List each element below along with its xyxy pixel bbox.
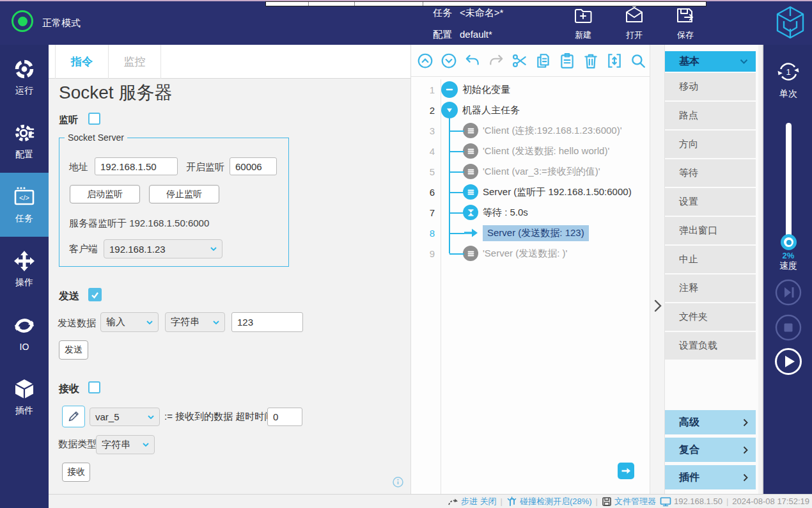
chevron-down-icon xyxy=(210,247,217,251)
tree-row-main-task[interactable]: 2 机器人主任务 xyxy=(411,100,650,120)
send-checkbox[interactable] xyxy=(88,288,102,301)
chevron-right-icon xyxy=(743,473,748,482)
sidebar-item-config[interactable]: 配置 xyxy=(0,109,49,173)
sidebar-item-task[interactable]: </> 任务 xyxy=(0,173,49,237)
play-button[interactable] xyxy=(774,347,802,376)
search-button[interactable] xyxy=(629,52,647,70)
chevron-down-icon xyxy=(148,415,154,419)
send-button[interactable]: 发送 xyxy=(59,340,88,360)
command-node-icon xyxy=(463,123,478,138)
address-label: 地址 xyxy=(69,161,88,173)
command-item-abort[interactable]: 中止 xyxy=(665,246,756,273)
tree-row-client-recv[interactable]: 5 'Client (var_3:=接收到的值)' xyxy=(411,161,650,182)
config-value: default* xyxy=(460,29,492,41)
command-group-advanced[interactable]: 高级 xyxy=(665,410,756,434)
current-line-arrow-icon xyxy=(463,225,478,241)
svg-text:</>: </> xyxy=(19,194,29,202)
command-item-move[interactable]: 移动 xyxy=(665,73,756,100)
expand-all-button[interactable] xyxy=(440,52,458,70)
speed-slider-thumb[interactable] xyxy=(781,234,797,250)
edit-variable-button[interactable] xyxy=(62,406,85,427)
client-select[interactable]: 192.168.1.23 xyxy=(104,239,223,258)
address-input[interactable] xyxy=(95,157,178,175)
io-swap-icon xyxy=(13,314,36,337)
sidebar-item-io[interactable]: IO xyxy=(0,301,49,365)
command-group-composite[interactable]: 复合 xyxy=(665,438,756,462)
receive-button[interactable]: 接收 xyxy=(62,463,90,482)
task-label: 任务 xyxy=(433,7,452,19)
datatype-label: 数据类型 xyxy=(58,438,97,450)
tree-row-server-send-selected[interactable]: 8 Server (发送数据: 123) xyxy=(411,223,650,243)
tree-row-client-connect[interactable]: 3 'Client (连接:192.168.1.23:6000)' xyxy=(411,120,650,141)
single-run-icon[interactable]: 1 xyxy=(776,59,801,84)
tree-toolbar xyxy=(411,45,650,77)
listen-checkbox[interactable] xyxy=(88,113,100,125)
command-item-payload[interactable]: 设置负载 xyxy=(665,332,756,360)
step-mode-status[interactable]: 步进 关闭 xyxy=(448,496,497,507)
speed-slider-track[interactable] xyxy=(786,123,792,250)
check-icon xyxy=(91,291,99,299)
copy-button[interactable] xyxy=(535,52,552,70)
client-label: 客户端 xyxy=(69,243,98,255)
start-listen-button[interactable]: 启动监听 xyxy=(70,185,140,203)
collision-detect-status[interactable]: 碰撞检测开启(28%) xyxy=(506,496,592,507)
instruction-panel: 指令 监控 Socket 服务器 监听 Socket Server 地址 开启监… xyxy=(49,45,410,494)
task-row: 任务 <未命名>* xyxy=(433,7,503,19)
tree-row-wait[interactable]: 7 等待 : 5.0s xyxy=(411,202,650,223)
send-type-select[interactable]: 字符串 xyxy=(165,312,225,332)
command-node-icon xyxy=(463,164,478,179)
insert-position-button[interactable] xyxy=(605,52,623,70)
command-item-set[interactable]: 设置 xyxy=(665,188,756,216)
step-forward-button[interactable] xyxy=(774,278,802,306)
sidebar-item-run[interactable]: 运行 xyxy=(0,45,49,109)
file-manager-link[interactable]: 文件管理器 xyxy=(602,496,656,507)
program-tree-panel: 1 初始化变量 2 机器人主任务 3 'Client (连接:192.168.1… xyxy=(410,45,650,494)
send-value-input[interactable] xyxy=(231,312,303,332)
status-dot-icon xyxy=(18,17,27,26)
sidebar-item-operate[interactable]: 操作 xyxy=(0,237,49,301)
send-data-label: 发送数据 xyxy=(58,317,96,329)
open-task-label: 打开 xyxy=(626,29,643,41)
paste-button[interactable] xyxy=(558,52,576,70)
command-item-popup[interactable]: 弹出窗口 xyxy=(665,217,756,244)
command-group-plugin[interactable]: 插件 xyxy=(665,465,756,489)
tree-row-init-vars[interactable]: 1 初始化变量 xyxy=(411,79,650,100)
sidebar-item-label: 配置 xyxy=(15,149,33,161)
stop-button[interactable] xyxy=(774,314,802,342)
cut-button[interactable] xyxy=(511,52,529,70)
timeout-input[interactable] xyxy=(267,408,302,426)
info-icon[interactable] xyxy=(393,477,403,488)
open-task-button[interactable]: 打开 xyxy=(611,5,657,42)
redo-button[interactable] xyxy=(487,52,505,70)
command-item-waypoint[interactable]: 路点 xyxy=(665,102,756,129)
tree-row-server-send-empty[interactable]: 9 'Server (发送数据: )' xyxy=(411,243,650,264)
receive-checkbox[interactable] xyxy=(88,381,100,393)
collapse-all-button[interactable] xyxy=(416,52,434,70)
command-category-basic[interactable]: 基本 xyxy=(665,51,756,72)
tab-monitor[interactable]: 监控 xyxy=(108,45,161,79)
tree-row-client-send[interactable]: 4 'Client (发送数据: hello world)' xyxy=(411,141,650,161)
command-node-icon xyxy=(463,246,478,261)
delete-button[interactable] xyxy=(582,52,600,70)
receive-variable-select[interactable]: var_5 xyxy=(90,408,160,426)
command-item-wait[interactable]: 等待 xyxy=(665,159,756,187)
save-task-button[interactable]: 保存 xyxy=(662,5,708,42)
command-item-comment[interactable]: 注释 xyxy=(665,274,756,302)
new-task-button[interactable]: 新建 xyxy=(560,5,606,42)
listen-port-input[interactable] xyxy=(230,157,277,175)
top-artifact-bar xyxy=(265,1,707,6)
stop-listen-button[interactable]: 停止监听 xyxy=(149,185,219,203)
tree-row-server-listen[interactable]: 6 Server (监听于 192.168.1.50:6000) xyxy=(411,182,650,202)
new-task-label: 新建 xyxy=(575,29,591,41)
datatype-select[interactable]: 字符串 xyxy=(96,435,155,454)
step-into-button[interactable] xyxy=(618,463,634,479)
sidebar-item-plugin[interactable]: 插件 xyxy=(0,365,49,429)
panel-expander[interactable] xyxy=(650,45,665,494)
undo-button[interactable] xyxy=(464,52,481,70)
sidebar-item-label: 任务 xyxy=(15,213,33,225)
command-item-direction[interactable]: 方向 xyxy=(665,131,756,158)
command-item-folder[interactable]: 文件夹 xyxy=(665,303,756,331)
listen-label: 监听 xyxy=(59,114,78,126)
send-source-select[interactable]: 输入 xyxy=(100,312,159,332)
tab-instruction[interactable]: 指令 xyxy=(55,45,108,79)
